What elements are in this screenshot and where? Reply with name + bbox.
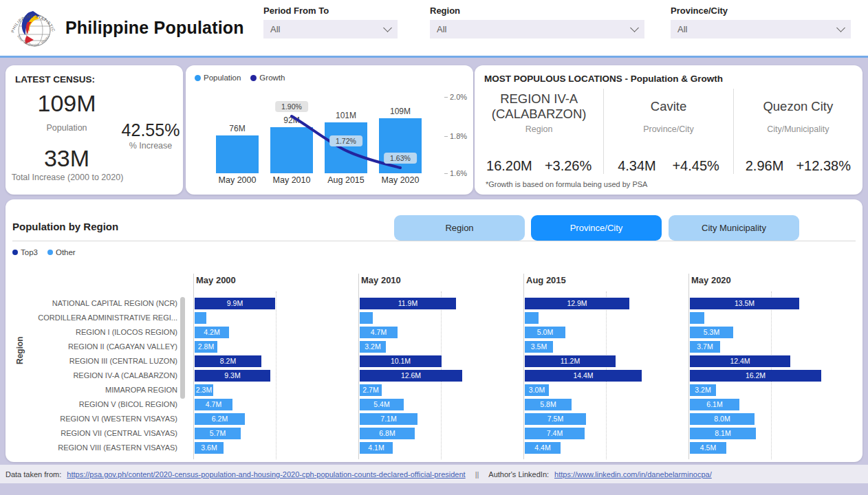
region-population-bar[interactable] bbox=[195, 312, 206, 324]
column-axis-line bbox=[688, 274, 689, 459]
period-header: May 2020 bbox=[691, 275, 731, 285]
most-populous-title: MOST POPULOUS LOCATIONS - Population & G… bbox=[484, 74, 723, 84]
region-population-bar[interactable]: 2.3M bbox=[195, 384, 213, 396]
filter-period-label: Period From To bbox=[263, 6, 398, 16]
region-population-bar[interactable]: 2.7M bbox=[360, 384, 382, 396]
region-population-bar[interactable]: 8.2M bbox=[195, 355, 261, 367]
region-population-bar[interactable] bbox=[525, 312, 539, 324]
region-population-bar[interactable]: 16.2M bbox=[690, 370, 821, 382]
footer: Data taken from: https://psa.gov.ph/cont… bbox=[0, 465, 868, 483]
region-population-bar[interactable]: 12.6M bbox=[360, 370, 462, 382]
region-population-bar[interactable]: 7.5M bbox=[525, 413, 586, 425]
population-bar[interactable] bbox=[379, 118, 422, 173]
column-axis-line bbox=[358, 274, 359, 459]
region-population-bar[interactable]: 12.9M bbox=[525, 298, 629, 309]
region-population-bar[interactable]: 5.0M bbox=[525, 327, 565, 338]
region-population-bar[interactable]: 13.5M bbox=[690, 298, 799, 309]
source-link[interactable]: https://psa.gov.ph/content/2020-census-p… bbox=[67, 470, 465, 478]
location-type: City/Municipality bbox=[767, 124, 829, 134]
province-city-dropdown-value: All bbox=[677, 24, 687, 34]
region-population-bar[interactable]: 3.0M bbox=[525, 384, 549, 396]
most-populous-item-region: REGION IV-A (CALABARZON) Region 16.20M +… bbox=[475, 89, 603, 174]
region-population-bar[interactable] bbox=[360, 312, 373, 324]
region-population-bar[interactable]: 5.7M bbox=[195, 428, 241, 439]
region-population-bar[interactable]: 10.1M bbox=[360, 355, 442, 367]
region-population-bar[interactable]: 4.7M bbox=[360, 327, 398, 338]
region-population-bar[interactable]: 11.9M bbox=[360, 298, 456, 309]
population-kpi-value: 109M bbox=[15, 90, 118, 117]
population-growth-chart-card: Population Growth 76MMay 200092MMay 2010… bbox=[186, 65, 473, 195]
region-dropdown[interactable]: All bbox=[430, 20, 644, 38]
region-population-bar[interactable]: 4.1M bbox=[360, 442, 393, 454]
x-axis-label: Aug 2015 bbox=[315, 175, 377, 185]
region-population-bar[interactable]: 9.9M bbox=[195, 298, 275, 309]
region-population-bar[interactable]: 4.4M bbox=[525, 442, 561, 454]
region-population-bar[interactable]: 5.3M bbox=[690, 327, 733, 338]
region-population-bar[interactable]: 2.8M bbox=[195, 341, 217, 353]
latest-census-heading: LATEST CENSUS: bbox=[15, 74, 95, 85]
population-bar[interactable] bbox=[325, 122, 367, 173]
source-prefix: Data taken from: bbox=[6, 470, 61, 478]
region-population-bar[interactable]: 5.8M bbox=[525, 399, 572, 410]
region-population-bar[interactable]: 12.4M bbox=[690, 355, 790, 367]
filter-province-city-label: Province/City bbox=[671, 6, 851, 16]
location-growth: +4.45% bbox=[672, 158, 719, 174]
population-kpi-label: Population bbox=[15, 123, 118, 133]
chevron-down-icon bbox=[836, 23, 845, 32]
x-axis-label: May 2010 bbox=[261, 175, 323, 185]
region-population-bar[interactable]: 9.3M bbox=[195, 370, 270, 382]
chevron-down-icon bbox=[383, 23, 392, 32]
page-title: Philippine Population bbox=[65, 18, 244, 38]
growth-footnote: *Growth is based on formula being used b… bbox=[486, 180, 647, 188]
header: PHILIPPINE STATISTICS AUTHORITY Solid · … bbox=[0, 0, 868, 58]
region-population-bar[interactable]: 11.2M bbox=[525, 355, 616, 367]
gridline bbox=[276, 292, 276, 459]
latest-census-card: LATEST CENSUS: 109M Population 42.55% % … bbox=[6, 65, 183, 195]
region-population-bar[interactable] bbox=[690, 312, 704, 324]
column-axis-line bbox=[523, 274, 524, 459]
period-dropdown-value: All bbox=[270, 24, 280, 34]
region-population-bar[interactable]: 8.1M bbox=[690, 428, 756, 439]
region-population-bar[interactable]: 3.6M bbox=[195, 442, 224, 454]
region-population-bar[interactable]: 3.2M bbox=[690, 384, 716, 396]
period-dropdown[interactable]: All bbox=[263, 20, 398, 38]
x-axis-label: May 2000 bbox=[206, 175, 268, 185]
region-population-bar[interactable]: 7.1M bbox=[360, 413, 417, 425]
location-type: Province/City bbox=[643, 124, 694, 134]
region-population-bar[interactable]: 6.1M bbox=[690, 399, 739, 410]
region-population-bar[interactable]: 4.5M bbox=[690, 442, 726, 454]
period-header: Aug 2015 bbox=[526, 275, 566, 285]
population-by-region-card: Region Province/City City Municipality P… bbox=[6, 199, 862, 462]
filter-region: Region All bbox=[430, 6, 644, 38]
province-city-dropdown[interactable]: All bbox=[671, 20, 851, 38]
region-population-bar[interactable]: 3.2M bbox=[360, 341, 386, 353]
population-bar[interactable] bbox=[270, 127, 313, 173]
region-population-bar[interactable]: 8.0M bbox=[690, 413, 755, 425]
location-growth: +12.38% bbox=[796, 158, 851, 174]
y-axis-tick-label: 1.6% bbox=[450, 169, 467, 177]
location-name: Cavite bbox=[651, 91, 686, 122]
region-population-bar[interactable]: 14.4M bbox=[525, 370, 642, 382]
footer-separator: || bbox=[475, 470, 479, 478]
location-type: Region bbox=[525, 124, 553, 134]
region-population-bar[interactable]: 6.2M bbox=[195, 413, 245, 425]
bar-value-label: 109M bbox=[373, 107, 428, 116]
location-name: REGION IV-A (CALABARZON) bbox=[480, 91, 598, 122]
region-population-bar[interactable]: 6.8M bbox=[360, 428, 415, 439]
region-population-bar[interactable]: 5.4M bbox=[360, 399, 404, 410]
population-bar[interactable] bbox=[216, 135, 259, 173]
region-dropdown-value: All bbox=[437, 24, 446, 34]
linkedin-link[interactable]: https://www.linkedin.com/in/danebelarmin… bbox=[554, 470, 712, 478]
region-population-bar[interactable]: 3.5M bbox=[525, 341, 553, 353]
total-increase-kpi-label: Total Increase (2000 to 2020) bbox=[7, 173, 128, 182]
filter-period: Period From To All bbox=[263, 6, 398, 38]
period-header: May 2010 bbox=[361, 275, 401, 285]
region-population-bar[interactable]: 4.7M bbox=[195, 399, 232, 410]
region-population-bar[interactable]: 7.4M bbox=[525, 428, 585, 439]
region-population-bar[interactable]: 4.2M bbox=[195, 327, 229, 338]
region-columns: May 20009.9M4.2M2.8M8.2M9.3M2.3M4.7M6.2M… bbox=[6, 199, 862, 462]
trend-plot: 76MMay 200092MMay 2010101MAug 2015109MMa… bbox=[186, 65, 473, 195]
period-column: Aug 201512.9M5.0M3.5M11.2M14.4M3.0M5.8M7… bbox=[523, 274, 688, 459]
region-population-bar[interactable]: 3.7M bbox=[690, 341, 720, 353]
total-increase-kpi-value: 33M bbox=[15, 145, 118, 172]
